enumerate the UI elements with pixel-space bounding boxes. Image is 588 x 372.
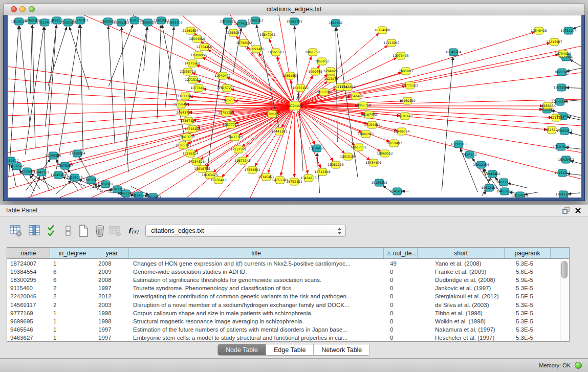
- cell-pagerank[interactable]: 5.3E-5: [505, 318, 551, 324]
- network-window-titlebar[interactable]: citations_edges.txt: [3, 3, 585, 15]
- cell-year[interactable]: 1998: [95, 310, 129, 316]
- cell-name[interactable]: 19384554: [7, 269, 50, 275]
- cell-in_degree[interactable]: 2: [50, 302, 95, 308]
- column-header-year[interactable]: year: [95, 248, 129, 258]
- cell-out_de[interactable]: 0: [384, 277, 418, 283]
- cell-short[interactable]: Jankovic et al. (1997): [418, 285, 505, 291]
- cell-name[interactable]: 18724007: [7, 260, 50, 267]
- cell-short[interactable]: Wolkin et al. (1998): [418, 318, 505, 324]
- float-panel-icon[interactable]: [562, 207, 570, 214]
- table-row[interactable]: 2242004622012Investigating the contribut…: [7, 292, 560, 300]
- cell-title[interactable]: Corpus callosum shape and size in male p…: [129, 310, 384, 316]
- network-edge[interactable]: [56, 25, 79, 169]
- network-edge[interactable]: [298, 112, 315, 144]
- cell-title[interactable]: Tourette syndrome. Phenomenology and cla…: [129, 285, 384, 291]
- table-row[interactable]: 1456911722003Disruption of a novel membe…: [7, 300, 560, 309]
- cell-pagerank[interactable]: 5.9E-5: [505, 277, 551, 283]
- cell-name[interactable]: 9463627: [7, 335, 50, 341]
- cell-out_de[interactable]: 0: [384, 335, 418, 341]
- network-edge[interactable]: [60, 106, 295, 198]
- network-edge[interactable]: [45, 27, 46, 91]
- delete-table-icon[interactable]: [108, 224, 122, 237]
- network-edge[interactable]: [297, 112, 321, 168]
- cell-in_degree[interactable]: 1: [50, 260, 95, 267]
- cell-title[interactable]: Structural magnetic resonance image aver…: [129, 318, 384, 324]
- network-edge[interactable]: [108, 25, 133, 86]
- table-row[interactable]: 911546021997Tourette syndrome. Phenomeno…: [7, 284, 560, 292]
- network-edge[interactable]: [25, 27, 43, 155]
- cell-name[interactable]: 18300295: [7, 277, 50, 283]
- network-edge[interactable]: [569, 133, 581, 136]
- cell-title[interactable]: Changes of HCN gene expression and I(f) …: [129, 260, 384, 267]
- network-edge[interactable]: [165, 27, 174, 109]
- close-button[interactable]: [11, 6, 17, 12]
- network-edge[interactable]: [70, 27, 90, 90]
- cell-year[interactable]: 1998: [95, 318, 129, 324]
- cell-out_de[interactable]: 0: [384, 302, 418, 308]
- cell-pagerank[interactable]: 5.3E-5: [505, 310, 551, 316]
- close-panel-icon[interactable]: [575, 207, 581, 213]
- network-edge[interactable]: [28, 106, 295, 198]
- network-edge[interactable]: [299, 33, 379, 102]
- cell-short[interactable]: Franke et al. (2009): [418, 269, 505, 275]
- network-edge[interactable]: [295, 46, 581, 106]
- cell-year[interactable]: 2009: [95, 269, 129, 275]
- cell-title[interactable]: Estimation of significance thresholds fo…: [129, 277, 384, 283]
- table-scrollbar[interactable]: [560, 259, 569, 341]
- network-edge[interactable]: [203, 89, 289, 105]
- cell-in_degree[interactable]: 6: [50, 277, 95, 283]
- network-edge[interactable]: [133, 15, 295, 106]
- cell-short[interactable]: de Silva et al. (2003): [418, 302, 505, 308]
- tab-edge-table[interactable]: Edge Table: [266, 344, 314, 355]
- table-row[interactable]: 977716911998Corpus callosum shape and si…: [7, 309, 560, 317]
- network-edge[interactable]: [295, 99, 581, 106]
- column-header-pagerank[interactable]: pagerank: [505, 248, 551, 258]
- network-edge[interactable]: [43, 177, 50, 191]
- tab-network-table[interactable]: Network Table: [314, 344, 369, 355]
- minimize-button[interactable]: [19, 6, 26, 12]
- network-edge[interactable]: [80, 25, 83, 152]
- cell-pagerank[interactable]: 5.3E-5: [505, 260, 551, 267]
- cell-in_degree[interactable]: 1: [50, 310, 95, 316]
- cell-title[interactable]: Genome-wide association studies in ADHD.: [129, 269, 384, 275]
- cell-pagerank[interactable]: 5.3E-5: [505, 302, 551, 308]
- cell-name[interactable]: 9777169: [7, 310, 50, 316]
- cell-year[interactable]: 1997: [95, 285, 129, 291]
- network-edge[interactable]: [268, 112, 292, 173]
- cell-out_de[interactable]: 0: [384, 326, 418, 333]
- network-edge[interactable]: [295, 106, 581, 152]
- network-edge[interactable]: [8, 106, 295, 116]
- function-builder-icon[interactable]: f (x): [127, 224, 140, 237]
- cell-in_degree[interactable]: 1: [50, 326, 95, 333]
- table-row[interactable]: 1872400712008Changes of HCN gene express…: [7, 259, 560, 268]
- cell-pagerank[interactable]: 5.3E-5: [505, 335, 551, 341]
- network-edge[interactable]: [9, 26, 18, 178]
- cell-short[interactable]: Hescheler et al. (1997): [418, 335, 505, 341]
- cell-name[interactable]: 9465546: [7, 326, 50, 333]
- cell-year[interactable]: 2008: [95, 277, 129, 283]
- network-edge[interactable]: [19, 26, 30, 126]
- cell-short[interactable]: Tibbo et al. (1998): [418, 310, 505, 316]
- table-row[interactable]: 1830029562008Estimation of significance …: [7, 276, 560, 284]
- network-edge[interactable]: [48, 27, 67, 86]
- network-edge[interactable]: [571, 161, 581, 164]
- network-edge[interactable]: [301, 43, 550, 104]
- cell-name[interactable]: 14569117: [7, 302, 50, 308]
- cell-in_degree[interactable]: 1: [50, 318, 95, 324]
- cell-year[interactable]: 2003: [95, 302, 129, 308]
- cell-year[interactable]: 2008: [95, 260, 129, 267]
- column-header-title[interactable]: title: [129, 248, 384, 258]
- memory-ok-indicator[interactable]: [575, 362, 582, 369]
- network-edge[interactable]: [121, 27, 128, 172]
- column-header-in_degree[interactable]: in_degree: [50, 248, 95, 258]
- network-edge[interactable]: [157, 25, 161, 119]
- create-column-icon[interactable]: [77, 224, 90, 237]
- cell-year[interactable]: 1997: [95, 335, 129, 341]
- cell-pagerank[interactable]: 5.3E-5: [505, 285, 551, 291]
- cell-in_degree[interactable]: 6: [50, 269, 95, 275]
- network-edge[interactable]: [182, 15, 295, 106]
- cell-out_de[interactable]: 0: [384, 310, 418, 316]
- cell-title[interactable]: Disruption of a novel member of a sodium…: [129, 302, 384, 308]
- clear-selection-icon[interactable]: [61, 224, 75, 237]
- table-row[interactable]: 969969511998Structural magnetic resonanc…: [7, 317, 560, 325]
